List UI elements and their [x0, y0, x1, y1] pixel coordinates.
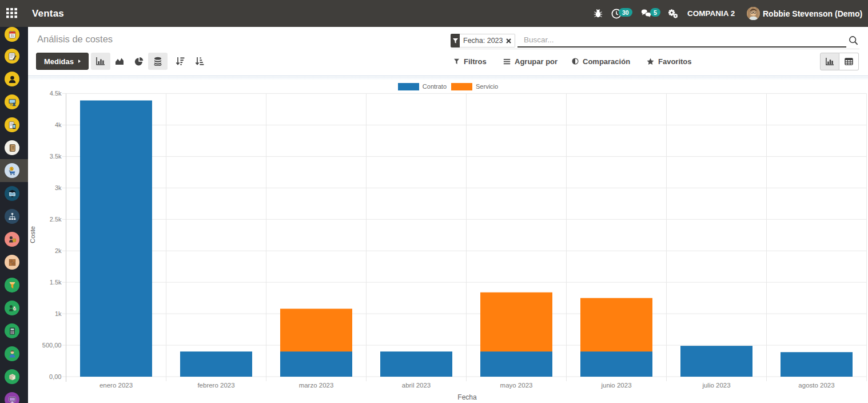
bar-chart-icon: [96, 57, 105, 66]
user-menu[interactable]: [747, 0, 760, 27]
y-tick-label: 4k: [55, 121, 62, 128]
sidebar-app-funnel-app[interactable]: [5, 278, 19, 293]
legend-label: Contrato: [423, 83, 447, 90]
sidebar-app-elearning-app[interactable]: [5, 186, 19, 201]
pie-chart-icon: [134, 57, 144, 66]
stacked-button[interactable]: [148, 53, 168, 70]
sidebar-app-sales-app[interactable]: $: [5, 163, 19, 178]
bar-chart-button[interactable]: [91, 53, 110, 70]
measures-label: Medidas: [44, 57, 74, 66]
bar-contrato[interactable]: [380, 351, 452, 377]
x-tick-label: marzo 2023: [299, 382, 334, 389]
legend-item-servicio[interactable]: Servicio: [451, 83, 498, 90]
sort-descending-button[interactable]: [170, 53, 190, 70]
favorites-button[interactable]: Favoritos: [647, 53, 692, 70]
sidebar-app-parcel-app[interactable]: [5, 369, 19, 384]
funnel-icon: [453, 38, 458, 44]
bar-contrato[interactable]: [680, 346, 752, 377]
user-avatar: [747, 7, 760, 20]
company-switcher[interactable]: COMPANIA 2: [687, 0, 735, 27]
sidebar-app-network-app[interactable]: [5, 209, 19, 224]
sidebar-app-calculator-app[interactable]: [5, 323, 19, 338]
y-tick-label: 1.5k: [50, 279, 62, 286]
activities-count-badge[interactable]: 30: [619, 8, 632, 17]
shipping-app-icon: [7, 235, 17, 244]
sidebar-app-pallet-app[interactable]: [5, 255, 19, 270]
y-tick-label: 1k: [55, 310, 62, 317]
bar-contrato[interactable]: [180, 351, 252, 377]
company-name: COMPANIA 2: [687, 9, 735, 18]
sidebar-app-notebook-app[interactable]: [5, 140, 19, 155]
svg-text:31: 31: [10, 34, 14, 37]
bar-contrato[interactable]: [480, 351, 552, 377]
group-by-button[interactable]: Agrupar por: [503, 53, 558, 70]
facet-filter-icon: [451, 34, 460, 48]
funnel-app-icon: [7, 280, 17, 290]
sidebar-app-payroll-app[interactable]: $: [5, 301, 19, 315]
bar-servicio[interactable]: [280, 309, 352, 351]
gears-icon: [668, 9, 678, 18]
comparison-button[interactable]: Comparación: [572, 53, 630, 70]
bar-servicio[interactable]: [480, 293, 552, 351]
screen-app-icon: [7, 395, 17, 403]
phone-docs-app-icon: [7, 120, 17, 130]
bar-servicio[interactable]: [580, 298, 652, 351]
control-panel-shadow: [28, 77, 868, 80]
search-icon[interactable]: [849, 35, 858, 46]
sidebar-app-screen-app[interactable]: [5, 392, 19, 403]
sort-ascending-button[interactable]: [190, 53, 209, 70]
pallet-app-icon: [7, 258, 17, 267]
facet-label: Fecha: 2023: [463, 37, 503, 45]
pivot-view-button[interactable]: [839, 53, 859, 70]
calendar-app-icon: 31: [7, 30, 17, 39]
search-facet[interactable]: Fecha: 2023: [451, 34, 515, 48]
sidebar-app-calendar-app[interactable]: 31: [5, 27, 19, 42]
notebook-app-icon: [7, 143, 17, 153]
facet-remove-icon[interactable]: [506, 38, 511, 44]
table-icon: [845, 57, 853, 66]
breadcrumb-title[interactable]: Análisis de costes: [37, 34, 113, 45]
bug-icon: [594, 9, 603, 18]
elearning-app-icon: [7, 189, 17, 199]
x-tick-label: julio 2023: [702, 382, 730, 389]
sidebar-app-phone-docs-app[interactable]: [5, 117, 19, 132]
legend-label: Servicio: [476, 83, 498, 90]
funnel-icon: [453, 58, 460, 65]
view-switcher: [820, 53, 859, 70]
sales-app-icon: $: [7, 166, 17, 176]
bar-contrato[interactable]: [580, 351, 652, 377]
y-tick-label: 0,00: [49, 373, 61, 380]
payroll-app-icon: $: [7, 303, 17, 313]
user-name: Robbie Stevenson (Demo): [763, 9, 862, 18]
sidebar-app-contacts-app[interactable]: [5, 72, 19, 86]
line-chart-button[interactable]: [110, 53, 129, 70]
group-by-button-label: Agrupar por: [515, 57, 558, 66]
bars-icon: [503, 58, 511, 65]
notes-app-icon: [7, 52, 17, 61]
chart-legend: ContratoServicio: [28, 81, 868, 92]
x-tick-label: enero 2023: [99, 382, 133, 389]
bar-contrato[interactable]: [280, 351, 352, 377]
area-chart-icon: [115, 57, 124, 66]
legend-item-contrato[interactable]: Contrato: [398, 83, 447, 90]
filters-button[interactable]: Filtros: [453, 53, 487, 70]
sidebar-app-notes-app[interactable]: [5, 49, 19, 64]
messages-count-badge[interactable]: 5: [650, 8, 660, 17]
pie-chart-button[interactable]: [129, 53, 149, 70]
plot-area: 0,00500,001k1.5k2k2.5k3k3.5k4k4.5kenero …: [29, 90, 867, 401]
sidebar-app-shipping-app[interactable]: [5, 232, 19, 247]
x-axis-title: Fecha: [457, 393, 477, 401]
bar-contrato[interactable]: [80, 100, 152, 377]
bar-contrato[interactable]: [781, 352, 853, 377]
y-tick-label: 2.5k: [50, 216, 62, 223]
bar-chart-icon: [826, 57, 834, 66]
sidebar-app-employee-app[interactable]: [5, 346, 19, 361]
search-input[interactable]: [517, 34, 846, 48]
legend-swatch: [398, 83, 419, 90]
graph-view-button[interactable]: [820, 53, 839, 70]
debug-menu-button[interactable]: [594, 0, 603, 27]
user-menu-label[interactable]: Robbie Stevenson (Demo): [763, 0, 862, 27]
sidebar-app-training-app[interactable]: [5, 94, 19, 109]
settings-menu-button[interactable]: [668, 0, 678, 27]
measures-button[interactable]: Medidas: [36, 53, 89, 70]
